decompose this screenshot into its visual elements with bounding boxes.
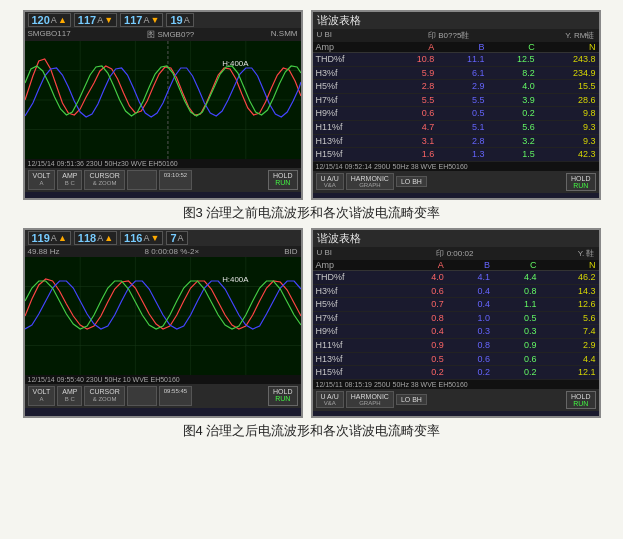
- a-cell: 2.8: [387, 80, 437, 94]
- col-amp-header-2: Amp: [313, 260, 401, 271]
- table-row: H13%f 3.1 2.8 3.2 9.3: [313, 134, 599, 148]
- c-cell: 1.1: [493, 298, 539, 312]
- table-row: H5%f 0.7 0.4 1.1 12.6: [313, 298, 599, 312]
- time-btn-2: 09:55:45: [159, 386, 192, 406]
- n-cell: 2.9: [539, 338, 598, 352]
- svg-text:H:400A: H:400A: [222, 275, 249, 284]
- c-cell: 12.5: [487, 53, 537, 67]
- osc-badge-n1: 19 A: [166, 13, 193, 27]
- col-b-header: B: [437, 42, 487, 53]
- svg-text:H:400A: H:400A: [222, 59, 249, 68]
- harm-btnbar-1[interactable]: U A/UV&A HARMONICGRAPH LO BH HOLDRUN: [313, 171, 599, 193]
- osc-btnbar-1[interactable]: VOLTA AMPB C CURSOR& ZOOM 03:10:52 HOLDR…: [25, 168, 301, 192]
- a-cell: 10.8: [387, 53, 437, 67]
- volt-btn-1[interactable]: VOLTA: [28, 170, 56, 190]
- osc-footer-1: 12/15/14 09:51:36 230U 50Hz30 WVE EH5016…: [25, 159, 301, 168]
- table-row: H11%f 0.9 0.8 0.9 2.9: [313, 338, 599, 352]
- harm-table-1: Amp A B C N THD%f 10.8 11.1 12.5 243.8 H…: [313, 42, 599, 162]
- a-cell: 1.6: [387, 148, 437, 162]
- osc-badge-c2: 116 A ▼: [120, 231, 163, 245]
- osc-subheader-1: SMGBO117 图 SMGB0?? N.SMM: [25, 28, 301, 41]
- a-cell: 4.7: [387, 120, 437, 134]
- c-cell: 5.6: [487, 120, 537, 134]
- b-cell: 0.8: [447, 338, 493, 352]
- harm-table-container-2: Amp A B C N THD%f 4.0 4.1 4.4 46.2 H3%f …: [313, 260, 599, 380]
- hold-run-btn-h2[interactable]: HOLDRUN: [566, 391, 595, 409]
- c-cell: 4.0: [487, 80, 537, 94]
- a-cell: 4.0: [400, 271, 446, 285]
- osc-badge-a1: 120 A ▲: [28, 13, 71, 27]
- n-cell: 7.4: [539, 325, 598, 339]
- extra-btn-1[interactable]: [127, 170, 157, 190]
- osc-badge-n2: 7 A: [166, 231, 187, 245]
- c-cell: 3.9: [487, 93, 537, 107]
- c-cell: 0.9: [493, 338, 539, 352]
- b-cell: 1.3: [437, 148, 487, 162]
- col-amp-header: Amp: [313, 42, 388, 53]
- n-cell: 28.6: [538, 93, 599, 107]
- n-cell: 42.3: [538, 148, 599, 162]
- ua-btn-1[interactable]: U A/UV&A: [316, 173, 344, 190]
- osc-btnbar-2[interactable]: VOLTA AMPB C CURSOR& ZOOM 09:55:45 HOLDR…: [25, 384, 301, 408]
- a-cell: 0.4: [400, 325, 446, 339]
- n-cell: 15.5: [538, 80, 599, 94]
- cursor-btn-1[interactable]: CURSOR& ZOOM: [84, 170, 124, 190]
- table-row: H15%f 1.6 1.3 1.5 42.3: [313, 148, 599, 162]
- table-row: H9%f 0.4 0.3 0.3 7.4: [313, 325, 599, 339]
- volt-btn-2[interactable]: VOLTA: [28, 386, 56, 406]
- table-row: H7%f 5.5 5.5 3.9 28.6: [313, 93, 599, 107]
- a-cell: 3.1: [387, 134, 437, 148]
- osc-canvas-2: H:400A: [25, 257, 301, 375]
- label-cell: H5%f: [313, 80, 388, 94]
- harm-footer-1: 12/15/14 09:52:14 290U 50Hz 38 WVE EH501…: [313, 162, 599, 171]
- a-cell: 0.6: [387, 107, 437, 121]
- harm-header-2: 谐波表格: [313, 230, 599, 247]
- label-cell: THD%f: [313, 53, 388, 67]
- b-cell: 0.6: [447, 352, 493, 366]
- harm-btnbar-2[interactable]: U A/UV&A HARMONICGRAPH LO BH HOLDRUN: [313, 389, 599, 411]
- b-cell: 1.0: [447, 311, 493, 325]
- hold-run-btn-1[interactable]: HOLDRUN: [268, 170, 297, 190]
- label-cell: H5%f: [313, 298, 401, 312]
- n-cell: 5.6: [539, 311, 598, 325]
- b-cell: 0.2: [447, 366, 493, 380]
- harmonic-btn-1[interactable]: HARMONICGRAPH: [346, 173, 394, 190]
- b-cell: 11.1: [437, 53, 487, 67]
- table-row: H15%f 0.2 0.2 0.2 12.1: [313, 366, 599, 380]
- b-cell: 0.4: [447, 284, 493, 298]
- osc-header-2: 119 A ▲ 118 A ▲ 116 A ▼ 7 A: [25, 230, 301, 246]
- osc-badge-b1: 117 A ▼: [74, 13, 117, 27]
- label-cell: H7%f: [313, 311, 401, 325]
- hold-run-btn-h1[interactable]: HOLDRUN: [566, 173, 595, 191]
- table-row: H13%f 0.5 0.6 0.6 4.4: [313, 352, 599, 366]
- extra-btn-2[interactable]: [127, 386, 157, 406]
- amp-btn-2[interactable]: AMPB C: [57, 386, 82, 406]
- label-cell: H9%f: [313, 325, 401, 339]
- a-cell: 0.2: [400, 366, 446, 380]
- osc-panel-2: 119 A ▲ 118 A ▲ 116 A ▼ 7 A 49.88 Hz 8 0…: [23, 228, 303, 418]
- hold-run-btn-2[interactable]: HOLDRUN: [268, 386, 297, 406]
- n-cell: 4.4: [539, 352, 598, 366]
- col-n-header-2: N: [539, 260, 598, 271]
- n-cell: 9.3: [538, 134, 599, 148]
- b-cell: 4.1: [447, 271, 493, 285]
- n-cell: 12.1: [539, 366, 598, 380]
- amp-btn-1[interactable]: AMPB C: [57, 170, 82, 190]
- figure4-row: 119 A ▲ 118 A ▲ 116 A ▼ 7 A 49.88 Hz 8 0…: [10, 228, 613, 418]
- a-cell: 5.9: [387, 66, 437, 80]
- harm-subheader-1: U BI 印 B0??5鞋 Y. RM链: [313, 29, 599, 42]
- harmonic-btn-2[interactable]: HARMONICGRAPH: [346, 391, 394, 408]
- lo-btn-2[interactable]: LO BH: [396, 394, 427, 405]
- cursor-btn-2[interactable]: CURSOR& ZOOM: [84, 386, 124, 406]
- figure3-row: 120 A ▲ 117 A ▼ 117 A ▼ 19 A SMGBO117 图 …: [10, 10, 613, 200]
- label-cell: THD%f: [313, 271, 401, 285]
- osc-subheader-2: 49.88 Hz 8 0:00:08 %-2× BID: [25, 246, 301, 257]
- ua-btn-2[interactable]: U A/UV&A: [316, 391, 344, 408]
- c-cell: 0.2: [487, 107, 537, 121]
- n-cell: 12.6: [539, 298, 598, 312]
- b-cell: 5.1: [437, 120, 487, 134]
- c-cell: 0.8: [493, 284, 539, 298]
- a-cell: 0.7: [400, 298, 446, 312]
- lo-btn-1[interactable]: LO BH: [396, 176, 427, 187]
- table-row: THD%f 4.0 4.1 4.4 46.2: [313, 271, 599, 285]
